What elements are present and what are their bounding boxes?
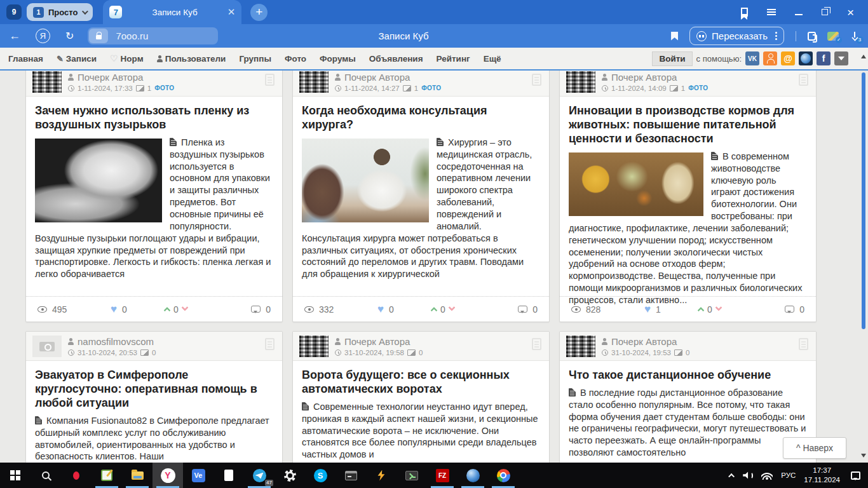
comments-counter[interactable]: 0: [251, 304, 271, 315]
restore-button[interactable]: [822, 9, 828, 15]
facebook-login-icon[interactable]: f: [817, 51, 831, 65]
post-image[interactable]: [302, 139, 429, 222]
downvote-icon[interactable]: [448, 304, 455, 311]
tray-expand-icon[interactable]: [728, 473, 735, 479]
taskbar-filezilla[interactable]: FZ: [427, 463, 458, 488]
address-bar[interactable]: 7ooo.ru: [88, 27, 218, 44]
like-button[interactable]: ♥0: [377, 304, 431, 315]
taskbar-telegram[interactable]: 47: [244, 463, 275, 488]
like-button[interactable]: ♥1: [644, 304, 698, 315]
downvote-icon[interactable]: [715, 304, 722, 311]
author-name[interactable]: Почерк Автора: [611, 72, 677, 83]
tab-counter-badge[interactable]: 9: [6, 4, 22, 20]
author-avatar[interactable]: [32, 336, 62, 357]
notifications-icon[interactable]: [851, 471, 860, 480]
vk-login-icon[interactable]: VK: [745, 51, 759, 65]
start-button[interactable]: [0, 463, 31, 488]
author-line[interactable]: Почерк Автора: [68, 72, 276, 83]
post-title[interactable]: Зачем нужно использовать пленку из возду…: [35, 104, 273, 132]
author-name[interactable]: Почерк Автора: [611, 336, 677, 347]
scrollbar-thumb[interactable]: [862, 72, 865, 329]
tab-group-pill[interactable]: 1 Просто: [27, 3, 93, 21]
nav-users[interactable]: Пользователи: [157, 54, 226, 64]
author-name[interactable]: namosfilmovscom: [78, 336, 154, 347]
back-to-top-button[interactable]: ^ Наверх: [783, 437, 846, 459]
upvote-icon[interactable]: [163, 306, 170, 313]
upvote-icon[interactable]: [697, 306, 704, 313]
author-line[interactable]: Почерк Автора: [602, 336, 810, 347]
active-tab[interactable]: 7 Записи Куб ✕: [103, 0, 241, 24]
taskbar-skype[interactable]: S: [305, 463, 336, 488]
bookmark-icon[interactable]: [671, 32, 678, 41]
photo-label[interactable]: ФОТО: [154, 85, 174, 92]
author-line[interactable]: Почерк Автора: [335, 72, 543, 83]
secure-lock-icon[interactable]: [89, 29, 108, 43]
photo-label[interactable]: ФОТО: [688, 85, 708, 92]
taskbar-ve-app[interactable]: Ve: [183, 463, 214, 488]
taskbar-opera[interactable]: [61, 463, 92, 488]
mailru-login-icon[interactable]: @: [781, 51, 795, 65]
author-line[interactable]: Почерк Автора: [602, 72, 810, 83]
downloads-icon[interactable]: 3: [850, 31, 859, 41]
author-line[interactable]: Почерк Автора: [335, 336, 543, 347]
author-name[interactable]: Почерк Автора: [344, 336, 410, 347]
odnoklassniki-login-icon[interactable]: [763, 51, 777, 65]
nav-groups[interactable]: Группы: [239, 54, 271, 64]
taskbar-cmd[interactable]: [336, 463, 366, 488]
downvote-icon[interactable]: [181, 304, 188, 311]
browser-menu-icon[interactable]: [767, 9, 776, 15]
author-name[interactable]: Почерк Автора: [344, 72, 410, 83]
more-options-icon[interactable]: [775, 35, 777, 37]
author-avatar[interactable]: [566, 336, 595, 357]
nav-home[interactable]: Главная: [8, 54, 43, 64]
post-title[interactable]: Эвакуатор в Симферополе круглосуточно: о…: [35, 369, 273, 410]
comments-counter[interactable]: 0: [518, 304, 538, 315]
photo-label[interactable]: ФОТО: [421, 85, 441, 92]
taskbar-yandex-browser[interactable]: Y: [153, 463, 183, 488]
volume-icon[interactable]: [743, 471, 753, 479]
like-button[interactable]: ♥0: [111, 304, 165, 315]
taskbar-notepad[interactable]: [92, 463, 122, 488]
back-button[interactable]: ←: [9, 29, 20, 43]
minimize-button[interactable]: [795, 14, 803, 15]
scroll-down-icon[interactable]: [861, 454, 866, 460]
nav-posts[interactable]: ✎Записи: [57, 54, 97, 64]
nav-more[interactable]: Ещё: [484, 54, 501, 64]
post-title[interactable]: Инновации в производстве кормов для живо…: [569, 104, 807, 146]
more-login-options-icon[interactable]: [834, 51, 848, 65]
keyboard-language[interactable]: РУС: [781, 471, 796, 479]
wifi-icon[interactable]: [761, 471, 773, 480]
scroll-up-icon[interactable]: [861, 52, 866, 58]
taskbar-winamp[interactable]: [366, 463, 397, 488]
new-tab-button[interactable]: +: [250, 4, 268, 21]
taskbar-chrome[interactable]: [488, 463, 519, 488]
tray-clock[interactable]: 17:37 17.11.2024: [804, 466, 840, 485]
taskbar-settings[interactable]: [275, 463, 305, 488]
nav-rating[interactable]: Рейтинг: [437, 54, 470, 64]
reload-button[interactable]: ↻: [65, 30, 74, 42]
post-title[interactable]: Когда необходима консультация хирурга?: [302, 104, 540, 132]
author-avatar[interactable]: [299, 71, 329, 93]
nav-norm[interactable]: ♡Норм: [110, 53, 144, 64]
author-avatar[interactable]: [566, 71, 595, 93]
page-scrollbar[interactable]: [859, 50, 868, 463]
taskbar-search[interactable]: [31, 463, 61, 488]
taskbar-explorer[interactable]: [122, 463, 153, 488]
post-title[interactable]: Ворота будущего: все о секционных автома…: [302, 369, 540, 396]
author-avatar[interactable]: [299, 336, 329, 357]
taskbar-powershell[interactable]: [397, 463, 427, 488]
post-image[interactable]: [569, 152, 703, 216]
bookmarks-panel-icon[interactable]: [741, 8, 748, 17]
upvote-icon[interactable]: [430, 306, 437, 313]
side-panel-icon[interactable]: [808, 32, 816, 41]
author-avatar[interactable]: [32, 71, 62, 93]
post-image[interactable]: [35, 139, 162, 222]
author-name[interactable]: Почерк Автора: [78, 72, 143, 83]
livejournal-login-icon[interactable]: [799, 51, 813, 65]
comments-counter[interactable]: 0: [785, 304, 804, 315]
nav-forums[interactable]: Форумы: [320, 54, 356, 64]
retell-button[interactable]: Пересказать: [689, 27, 784, 45]
close-window-button[interactable]: ×: [847, 6, 854, 18]
screenshot-extension-icon[interactable]: [827, 32, 839, 41]
nav-ads[interactable]: Объявления: [369, 54, 423, 64]
